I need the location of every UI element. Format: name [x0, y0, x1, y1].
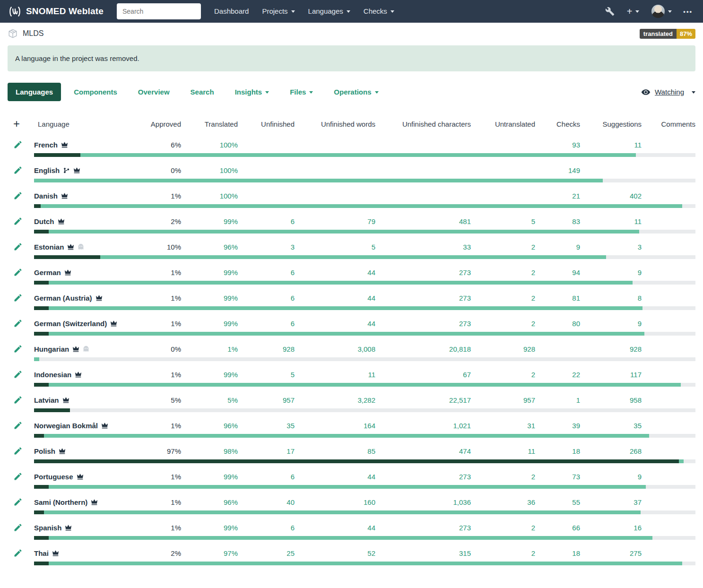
checks-value[interactable]: 1 — [535, 396, 580, 404]
edit-language-icon[interactable] — [8, 417, 34, 430]
language-link[interactable]: Indonesian — [34, 371, 71, 379]
overflow-menu-button[interactable]: ••• — [681, 8, 694, 15]
unfinished-characters-value[interactable]: 273 — [375, 524, 471, 532]
unfinished-words-value[interactable]: 44 — [295, 268, 375, 277]
language-link[interactable]: German (Austria) — [34, 294, 92, 302]
untranslated-value[interactable]: 36 — [471, 498, 535, 506]
translated-value[interactable]: 5% — [181, 396, 238, 404]
unfinished-words-value[interactable]: 44 — [295, 473, 375, 481]
checks-value[interactable]: 80 — [535, 320, 580, 328]
tab-languages[interactable]: Languages — [8, 83, 61, 101]
language-link[interactable]: Dutch — [34, 217, 54, 225]
unfinished-words-value[interactable]: 160 — [295, 498, 375, 506]
unfinished-characters-value[interactable]: 273 — [375, 294, 471, 302]
suggestions-value[interactable]: 35 — [580, 422, 642, 430]
translated-value[interactable]: 99% — [181, 217, 238, 225]
checks-value[interactable]: 149 — [535, 166, 580, 174]
edit-language-icon[interactable] — [8, 468, 34, 481]
nav-languages[interactable]: Languages — [302, 0, 357, 23]
suggestions-value[interactable]: 11 — [580, 141, 642, 149]
tab-components[interactable]: Components — [66, 83, 125, 101]
checks-value[interactable]: 22 — [535, 371, 580, 379]
translated-value[interactable]: 96% — [181, 243, 238, 251]
language-link[interactable]: Thai — [34, 549, 49, 557]
language-link[interactable]: French — [34, 141, 58, 149]
unfinished-characters-value[interactable]: 67 — [375, 371, 471, 379]
untranslated-value[interactable]: 2 — [471, 268, 535, 277]
unfinished-value[interactable]: 6 — [238, 320, 295, 328]
unfinished-value[interactable]: 3 — [238, 243, 295, 251]
tab-insights[interactable]: Insights — [227, 83, 278, 101]
translated-value[interactable]: 99% — [181, 473, 238, 481]
edit-language-icon[interactable] — [8, 162, 34, 175]
language-link[interactable]: Spanish — [34, 524, 61, 532]
unfinished-value[interactable]: 6 — [238, 268, 295, 277]
checks-value[interactable]: 81 — [535, 294, 580, 302]
unfinished-characters-value[interactable]: 481 — [375, 217, 471, 225]
unfinished-words-value[interactable]: 79 — [295, 217, 375, 225]
unfinished-characters-value[interactable]: 22,517 — [375, 396, 471, 404]
unfinished-characters-value[interactable]: 474 — [375, 447, 471, 455]
checks-value[interactable]: 18 — [535, 549, 580, 557]
unfinished-value[interactable]: 35 — [238, 422, 295, 430]
unfinished-value[interactable]: 25 — [238, 549, 295, 557]
language-link[interactable]: Danish — [34, 192, 58, 200]
edit-language-icon[interactable] — [8, 493, 34, 507]
unfinished-characters-value[interactable]: 315 — [375, 549, 471, 557]
suggestions-value[interactable]: 8 — [580, 294, 642, 302]
nav-dashboard[interactable]: Dashboard — [208, 0, 255, 23]
unfinished-value[interactable]: 6 — [238, 524, 295, 532]
unfinished-value[interactable]: 40 — [238, 498, 295, 506]
untranslated-value[interactable]: 11 — [471, 447, 535, 455]
untranslated-value[interactable]: 5 — [471, 217, 535, 225]
unfinished-characters-value[interactable]: 1,036 — [375, 498, 471, 506]
language-link[interactable]: Portuguese — [34, 473, 73, 481]
edit-language-icon[interactable] — [8, 519, 34, 532]
untranslated-value[interactable]: 2 — [471, 294, 535, 302]
unfinished-characters-value[interactable]: 273 — [375, 268, 471, 277]
untranslated-value[interactable]: 2 — [471, 371, 535, 379]
suggestions-value[interactable]: 402 — [580, 192, 642, 200]
unfinished-characters-value[interactable]: 273 — [375, 320, 471, 328]
unfinished-words-value[interactable]: 44 — [295, 294, 375, 302]
unfinished-words-value[interactable]: 5 — [295, 243, 375, 251]
unfinished-value[interactable]: 6 — [238, 473, 295, 481]
unfinished-words-value[interactable]: 11 — [295, 371, 375, 379]
checks-value[interactable]: 55 — [535, 498, 580, 506]
tab-overview[interactable]: Overview — [130, 83, 178, 101]
unfinished-words-value[interactable]: 3,282 — [295, 396, 375, 404]
unfinished-characters-value[interactable]: 33 — [375, 243, 471, 251]
translated-value[interactable]: 99% — [181, 320, 238, 328]
unfinished-value[interactable]: 6 — [238, 294, 295, 302]
translated-value[interactable]: 97% — [181, 549, 238, 557]
admin-wrench-icon[interactable] — [602, 4, 617, 19]
suggestions-value[interactable]: 3 — [580, 243, 642, 251]
checks-value[interactable]: 73 — [535, 473, 580, 481]
tab-operations[interactable]: Operations — [326, 83, 386, 101]
checks-value[interactable]: 93 — [535, 141, 580, 149]
language-link[interactable]: Estonian — [34, 243, 64, 251]
suggestions-value[interactable]: 958 — [580, 396, 642, 404]
edit-language-icon[interactable] — [8, 366, 34, 379]
unfinished-value[interactable]: 17 — [238, 447, 295, 455]
watching-dropdown[interactable]: Watching — [641, 87, 695, 97]
suggestions-value[interactable]: 275 — [580, 549, 642, 557]
suggestions-value[interactable]: 37 — [580, 498, 642, 506]
untranslated-value[interactable]: 2 — [471, 320, 535, 328]
add-menu-button[interactable]: + — [624, 3, 642, 20]
tab-search[interactable]: Search — [182, 83, 222, 101]
unfinished-words-value[interactable]: 3,008 — [295, 345, 375, 353]
checks-value[interactable]: 18 — [535, 447, 580, 455]
unfinished-words-value[interactable]: 52 — [295, 549, 375, 557]
edit-language-icon[interactable] — [8, 340, 34, 354]
language-link[interactable]: Latvian — [34, 396, 59, 404]
nav-checks[interactable]: Checks — [357, 0, 401, 23]
suggestions-value[interactable]: 9 — [580, 320, 642, 328]
checks-value[interactable]: 9 — [535, 243, 580, 251]
unfinished-characters-value[interactable]: 20,818 — [375, 345, 471, 353]
edit-language-icon[interactable] — [8, 187, 34, 200]
checks-value[interactable]: 21 — [535, 192, 580, 200]
brand[interactable]: SNOMED Weblate — [9, 6, 104, 17]
unfinished-characters-value[interactable]: 1,021 — [375, 422, 471, 430]
checks-value[interactable]: 39 — [535, 422, 580, 430]
